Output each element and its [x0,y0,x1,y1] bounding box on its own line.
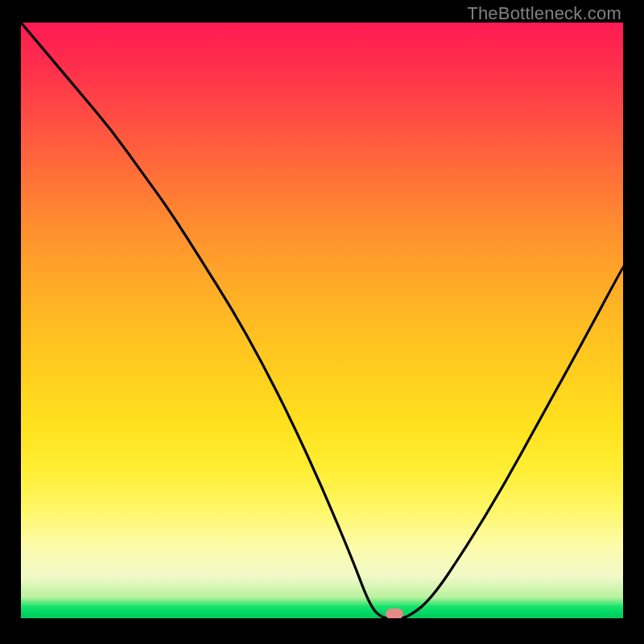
bottleneck-curve [21,23,623,618]
watermark-text: TheBottleneck.com [467,3,621,24]
optimal-point-marker [386,609,403,618]
plot-area [21,23,623,618]
chart-root: TheBottleneck.com [0,0,644,644]
bottleneck-curve-svg [21,23,623,618]
